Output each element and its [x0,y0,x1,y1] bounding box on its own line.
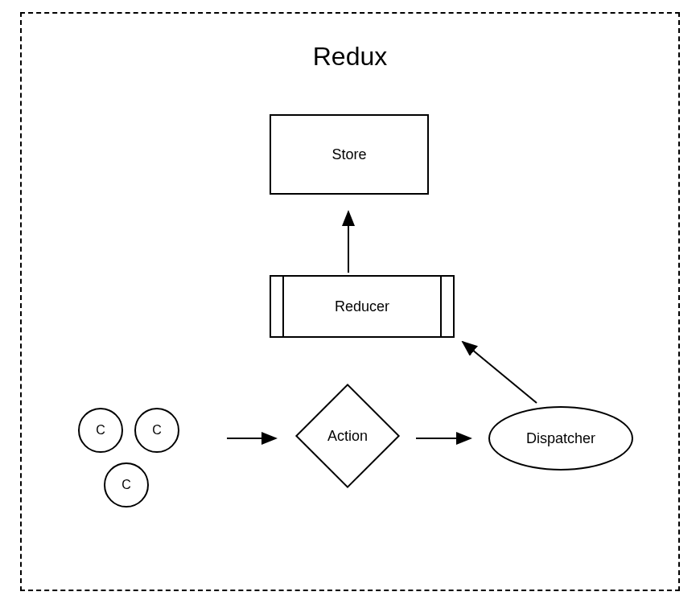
reducer-label: Reducer [335,298,389,315]
dispatcher-ellipse: Dispatcher [488,406,633,471]
arrow-dispatcher-to-reducer [463,342,537,403]
component-label-1: C [96,423,105,438]
diagram-title: Redux [313,42,388,72]
action-diamond: Action [295,384,400,488]
component-circle-3: C [104,462,149,508]
component-label-2: C [152,423,162,438]
action-label: Action [327,428,368,445]
store-label: Store [331,146,366,163]
component-circle-1: C [78,408,123,453]
store-box: Store [270,114,429,195]
component-circle-2: C [134,408,179,453]
component-label-3: C [121,478,131,492]
reducer-box: Reducer [270,275,455,338]
redux-diagram-container: Redux Store Reducer C C C Action Dispatc… [20,12,680,591]
dispatcher-label: Dispatcher [526,430,595,447]
